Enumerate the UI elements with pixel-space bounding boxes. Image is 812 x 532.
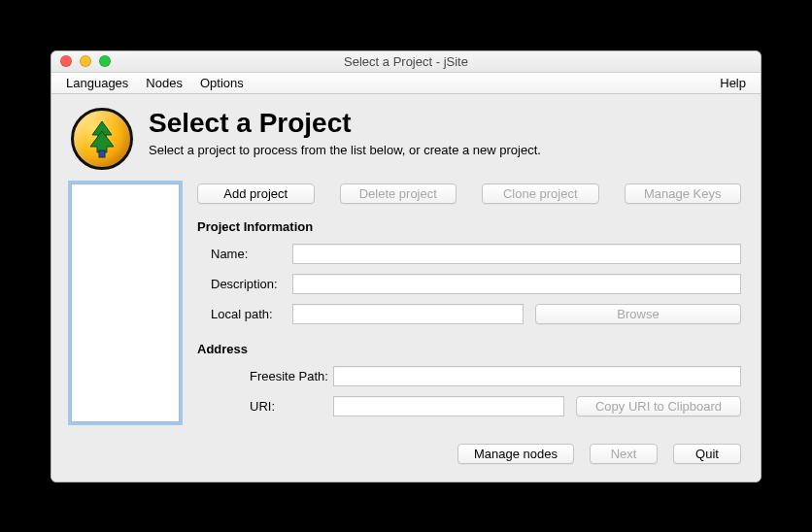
localpath-field[interactable] [292,304,524,324]
description-label: Description: [197,277,292,291]
window-title: Select a Project - jSite [51,54,761,69]
minimize-icon[interactable] [80,55,91,67]
menu-help[interactable]: Help [711,74,755,92]
page-subtitle: Select a project to process from the lis… [149,143,541,157]
footer-buttons: Manage nodes Next Quit [71,444,741,464]
menubar: Languages Nodes Options Help [51,73,761,94]
menu-options[interactable]: Options [191,74,253,92]
titlebar: Select a Project - jSite [51,51,761,73]
address-heading: Address [197,342,741,356]
next-button: Next [590,444,658,464]
svg-rect-2 [99,150,105,157]
close-icon[interactable] [60,55,72,67]
manage-nodes-button[interactable]: Manage nodes [457,444,574,464]
main-window: Select a Project - jSite Languages Nodes… [51,50,761,482]
page-title: Select a Project [149,108,541,139]
zoom-icon[interactable] [99,55,111,67]
freesite-label: Freesite Path: [197,369,333,383]
header-text: Select a Project Select a project to pro… [149,108,541,157]
clone-project-button: Clone project [482,183,599,204]
app-icon [71,108,133,170]
window-controls [51,55,111,67]
project-list[interactable] [71,183,180,422]
quit-button[interactable]: Quit [673,444,741,464]
delete-project-button: Delete project [340,183,457,204]
name-field[interactable] [292,244,741,264]
header: Select a Project Select a project to pro… [71,108,741,170]
localpath-label: Local path: [197,307,292,321]
project-buttons: Add project Delete project Clone project… [197,183,741,204]
copy-uri-button: Copy URI to Clipboard [576,396,741,416]
project-info-heading: Project Information [197,219,741,234]
uri-field[interactable] [333,396,564,416]
add-project-button[interactable]: Add project [197,183,315,204]
description-field[interactable] [292,274,741,294]
name-label: Name: [197,247,292,261]
uri-label: URI: [197,399,333,414]
freesite-field[interactable] [333,366,741,386]
browse-button: Browse [535,304,741,324]
menu-nodes[interactable]: Nodes [137,74,191,92]
right-panel: Add project Delete project Clone project… [197,183,741,426]
menu-languages[interactable]: Languages [57,74,137,92]
manage-keys-button: Manage Keys [625,183,742,204]
content-area: Select a Project Select a project to pro… [51,94,761,482]
